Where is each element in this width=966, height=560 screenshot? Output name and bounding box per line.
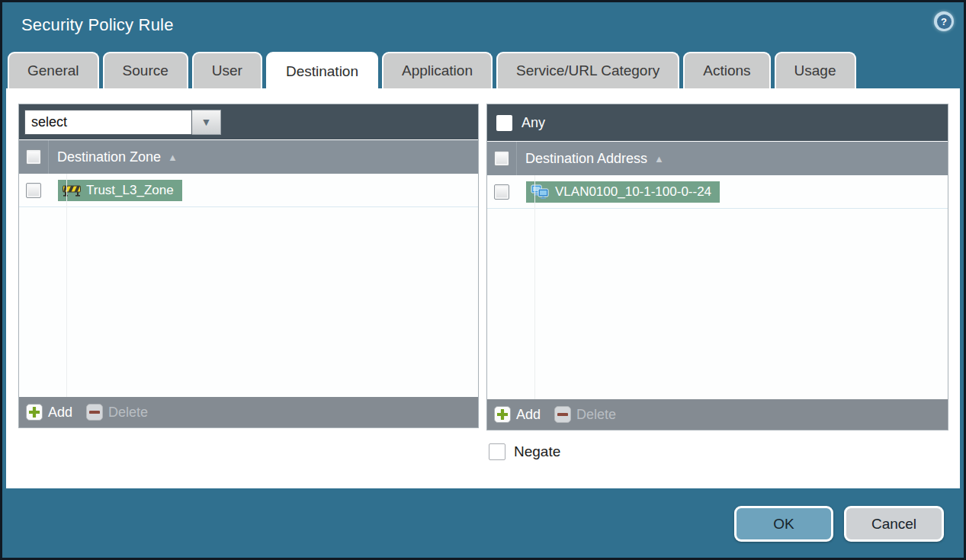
add-plus-icon bbox=[26, 404, 43, 421]
help-icon-glyph: ? bbox=[937, 14, 952, 29]
column-divider bbox=[66, 174, 67, 397]
tab-user[interactable]: User bbox=[192, 52, 262, 88]
address-icon bbox=[531, 184, 550, 199]
help-icon[interactable]: ? bbox=[934, 11, 954, 31]
sort-asc-icon[interactable]: ▲ bbox=[654, 153, 664, 165]
column-divider bbox=[516, 142, 517, 175]
zone-row-checkbox[interactable] bbox=[26, 183, 41, 198]
tab-application[interactable]: Application bbox=[382, 52, 493, 88]
address-delete-label: Delete bbox=[576, 407, 616, 423]
destination-tab-content: ▼ Destination Zone ▲ bbox=[6, 88, 960, 488]
ok-button[interactable]: OK bbox=[734, 506, 833, 542]
any-checkbox[interactable] bbox=[496, 115, 512, 131]
tab-actions[interactable]: Actions bbox=[683, 52, 770, 88]
zone-delete-button[interactable]: Delete bbox=[86, 404, 148, 421]
zone-column-header[interactable]: Destination Zone bbox=[57, 149, 161, 165]
address-add-label: Add bbox=[516, 407, 541, 423]
row-checkbox-cell bbox=[19, 183, 48, 198]
row-checkbox-cell bbox=[487, 184, 516, 200]
delete-minus-icon bbox=[554, 406, 571, 423]
address-column-header-row: Destination Address ▲ bbox=[487, 141, 948, 175]
negate-checkbox[interactable] bbox=[489, 443, 505, 460]
address-add-button[interactable]: Add bbox=[494, 406, 541, 423]
address-header-checkbox-cell bbox=[487, 151, 516, 166]
tab-usage[interactable]: Usage bbox=[775, 52, 856, 88]
address-panel-topbar: Any bbox=[487, 104, 948, 141]
address-select-all-checkbox[interactable] bbox=[494, 151, 509, 166]
security-policy-rule-dialog: Security Policy Rule ? General Source Us… bbox=[0, 0, 966, 560]
zone-tag[interactable]: Trust_L3_Zone bbox=[58, 180, 182, 201]
title-bar: Security Policy Rule ? bbox=[0, 0, 966, 50]
any-label: Any bbox=[522, 115, 545, 131]
zone-select-dropdown-button[interactable]: ▼ bbox=[192, 110, 221, 135]
cancel-button[interactable]: Cancel bbox=[844, 506, 944, 542]
negate-label: Negate bbox=[514, 443, 560, 460]
table-row[interactable]: Trust_L3_Zone bbox=[19, 174, 478, 207]
zone-column-header-row: Destination Zone ▲ bbox=[19, 139, 478, 174]
tab-general[interactable]: General bbox=[8, 52, 99, 88]
delete-minus-icon bbox=[86, 404, 103, 421]
zone-icon bbox=[63, 184, 81, 197]
address-list-body: VLAN0100_10-1-100-0--24 bbox=[487, 175, 948, 399]
tab-service-url-category[interactable]: Service/URL Category bbox=[496, 52, 679, 88]
zone-panel-toolbar: Add Delete bbox=[19, 397, 478, 427]
tab-destination[interactable]: Destination bbox=[266, 52, 378, 90]
table-row[interactable]: VLAN0100_10-1-100-0--24 bbox=[487, 175, 948, 209]
address-row-checkbox[interactable] bbox=[494, 184, 509, 200]
column-divider bbox=[534, 175, 535, 399]
sort-asc-icon[interactable]: ▲ bbox=[168, 152, 178, 163]
negate-row: Negate bbox=[489, 443, 560, 460]
address-tag[interactable]: VLAN0100_10-1-100-0--24 bbox=[526, 181, 720, 203]
zone-add-label: Add bbox=[48, 405, 72, 421]
zone-select-combo: ▼ bbox=[24, 110, 221, 135]
address-tag-label: VLAN0100_10-1-100-0--24 bbox=[555, 184, 711, 200]
zone-delete-label: Delete bbox=[108, 405, 148, 421]
zone-tag-label: Trust_L3_Zone bbox=[86, 183, 174, 198]
column-divider bbox=[48, 140, 49, 174]
address-column-header[interactable]: Destination Address bbox=[525, 151, 647, 167]
tab-bar: General Source User Destination Applicat… bbox=[8, 52, 856, 88]
tab-source[interactable]: Source bbox=[103, 52, 188, 88]
destination-zone-panel: ▼ Destination Zone ▲ bbox=[18, 104, 479, 428]
zone-list-body: Trust_L3_Zone bbox=[19, 174, 478, 397]
address-panel-toolbar: Add Delete bbox=[487, 399, 948, 430]
zone-select-input[interactable] bbox=[24, 110, 192, 135]
zone-select-all-checkbox[interactable] bbox=[26, 149, 41, 165]
zone-add-button[interactable]: Add bbox=[26, 404, 72, 421]
destination-address-panel: Any Destination Address ▲ bbox=[486, 104, 948, 430]
chevron-down-icon: ▼ bbox=[201, 116, 212, 128]
zone-header-checkbox-cell bbox=[19, 149, 48, 165]
zone-panel-topbar: ▼ bbox=[19, 104, 478, 139]
dialog-title: Security Policy Rule bbox=[21, 15, 174, 35]
add-plus-icon bbox=[494, 406, 511, 423]
address-delete-button[interactable]: Delete bbox=[554, 406, 616, 423]
